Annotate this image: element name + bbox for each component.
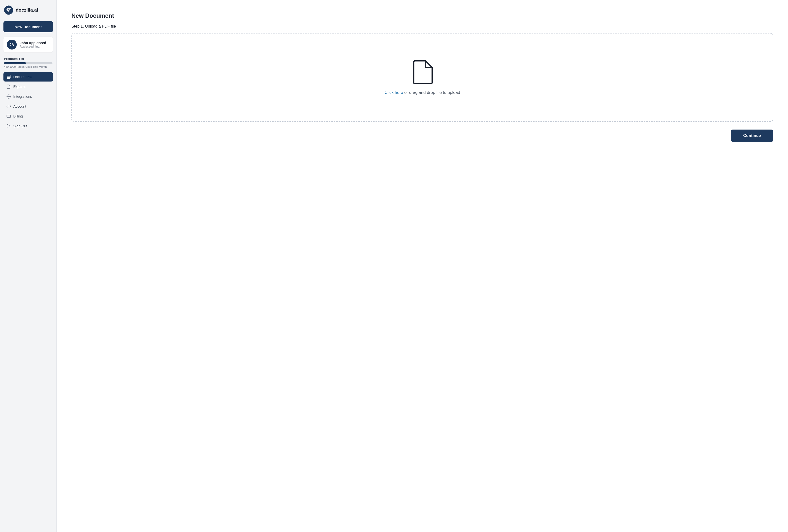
upload-text: Click here or drag and drop file to uplo… xyxy=(385,90,460,95)
user-card: JA John Appleseed Appleseed, Inc. xyxy=(3,37,53,53)
continue-button[interactable]: Continue xyxy=(731,130,773,142)
avatar: JA xyxy=(7,40,17,50)
svg-rect-1 xyxy=(7,75,11,79)
sidebar-item-signout-label: Sign Out xyxy=(13,124,27,128)
main-content: New Document Step 1. Upload a PDF file C… xyxy=(57,0,788,532)
upload-text-suffix: or drag and drop file to upload xyxy=(403,90,460,95)
user-name: John Appleseed xyxy=(20,41,46,45)
continue-row: Continue xyxy=(72,130,773,142)
sidebar-item-integrations-label: Integrations xyxy=(13,95,32,99)
upload-zone[interactable]: Click here or drag and drop file to uplo… xyxy=(72,33,773,122)
user-info: John Appleseed Appleseed, Inc. xyxy=(20,41,46,48)
user-company: Appleseed, Inc. xyxy=(20,45,46,48)
click-here-link[interactable]: Click here xyxy=(385,90,403,95)
exports-icon xyxy=(6,84,11,89)
sidebar-item-exports[interactable]: Exports xyxy=(3,82,53,91)
sidebar: doczilla.ai New Document JA John Applese… xyxy=(0,0,57,532)
navigation: Documents Exports Integrations Account B xyxy=(3,72,53,131)
progress-bar-fill xyxy=(4,62,26,64)
page-title: New Document xyxy=(72,12,773,19)
logo-area: doczilla.ai xyxy=(3,4,53,16)
documents-icon xyxy=(6,75,11,79)
logo-icon xyxy=(4,5,13,15)
sidebar-item-account[interactable]: Account xyxy=(3,102,53,111)
svg-point-7 xyxy=(8,106,9,107)
sidebar-item-exports-label: Exports xyxy=(13,85,25,89)
sidebar-item-account-label: Account xyxy=(13,104,26,109)
pages-used-label: 450/1000 Pages Used This Month xyxy=(4,65,53,68)
tier-section: Premium Tier 450/1000 Pages Used This Mo… xyxy=(3,57,53,68)
progress-bar-background xyxy=(4,62,53,64)
sidebar-item-billing[interactable]: Billing xyxy=(3,112,53,121)
tier-label: Premium Tier xyxy=(4,57,53,61)
account-icon xyxy=(6,104,11,109)
sidebar-item-documents[interactable]: Documents xyxy=(3,72,53,81)
integrations-icon xyxy=(6,94,11,99)
sidebar-item-documents-label: Documents xyxy=(13,75,31,79)
billing-icon xyxy=(6,114,11,118)
sidebar-item-integrations[interactable]: Integrations xyxy=(3,92,53,101)
sidebar-item-billing-label: Billing xyxy=(13,114,23,118)
sidebar-item-signout[interactable]: Sign Out xyxy=(3,121,53,131)
svg-rect-8 xyxy=(7,115,11,118)
step-label: Step 1. Upload a PDF file xyxy=(72,24,773,28)
logo-text: doczilla.ai xyxy=(16,7,38,13)
signout-icon xyxy=(6,124,11,128)
file-icon xyxy=(411,60,433,84)
new-document-button[interactable]: New Document xyxy=(3,21,53,32)
